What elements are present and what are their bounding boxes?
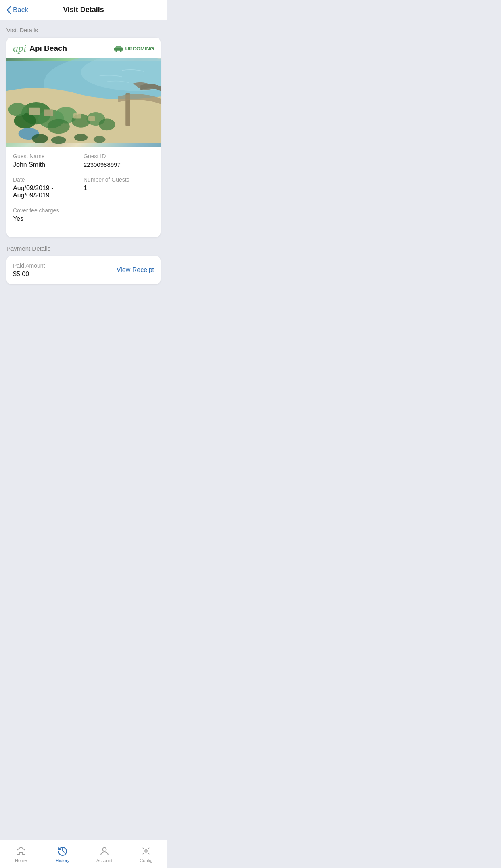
svg-rect-20 [73,113,81,119]
svg-point-24 [74,134,88,141]
cover-fee-row: Cover fee charges Yes [13,207,154,222]
num-guests-col: Number of Guests 1 [84,176,154,199]
svg-rect-21 [88,116,95,121]
svg-point-23 [51,136,66,144]
visit-details: Guest Name John Smith Guest ID 223009889… [6,147,161,237]
svg-rect-18 [44,109,53,116]
status-label: UPCOMING [125,46,154,52]
place-image [6,58,161,147]
guest-name-value: John Smith [13,161,84,168]
guest-name-label: Guest Name [13,153,84,159]
place-info: api Api Beach [13,43,67,54]
num-guests-label: Number of Guests [84,176,154,183]
date-value: Aug/09/2019 - Aug/09/2019 [13,185,84,199]
svg-point-14 [47,119,69,134]
status-badge: UPCOMING [114,45,154,52]
back-chevron-icon [6,6,11,14]
cover-fee-col: Cover fee charges Yes [13,207,154,222]
beach-scene-svg [6,58,161,147]
svg-rect-17 [29,108,40,115]
paid-amount-col: Paid Amount $5.00 [13,262,45,278]
place-logo: api [13,43,26,54]
header: Back Visit Details [0,0,167,20]
cover-fee-label: Cover fee charges [13,207,154,214]
guest-id-col: Guest ID 22300988997 [84,153,154,168]
svg-point-13 [8,103,27,116]
svg-point-25 [94,136,106,143]
back-label: Back [13,6,28,14]
svg-rect-3 [114,48,123,50]
main-content: Visit Details api Api Beach UPCOMING [0,20,167,325]
view-receipt-button[interactable]: View Receipt [117,266,154,274]
payment-section-label: Payment Details [6,245,161,252]
paid-amount-value: $5.00 [13,270,45,278]
guest-row: Guest Name John Smith Guest ID 223009889… [13,153,154,168]
payment-row: Paid Amount $5.00 View Receipt [6,256,161,284]
payment-card: Paid Amount $5.00 View Receipt [6,256,161,284]
guest-id-value: 22300988997 [84,161,154,168]
guest-name-col: Guest Name John Smith [13,153,84,168]
date-row: Date Aug/09/2019 - Aug/09/2019 Number of… [13,176,154,199]
page-title: Visit Details [63,6,104,14]
visit-card: api Api Beach UPCOMING [6,38,161,237]
visit-section-label: Visit Details [6,27,161,34]
paid-amount-label: Paid Amount [13,262,45,269]
guest-id-label: Guest ID [84,153,154,159]
svg-point-16 [99,119,115,131]
place-name: Api Beach [29,44,67,53]
date-label: Date [13,176,84,183]
date-col: Date Aug/09/2019 - Aug/09/2019 [13,176,84,199]
car-icon [114,45,123,52]
cover-fee-value: Yes [13,215,154,222]
num-guests-value: 1 [84,185,154,192]
back-button[interactable]: Back [6,6,28,14]
svg-point-22 [32,134,48,143]
card-header: api Api Beach UPCOMING [6,38,161,58]
